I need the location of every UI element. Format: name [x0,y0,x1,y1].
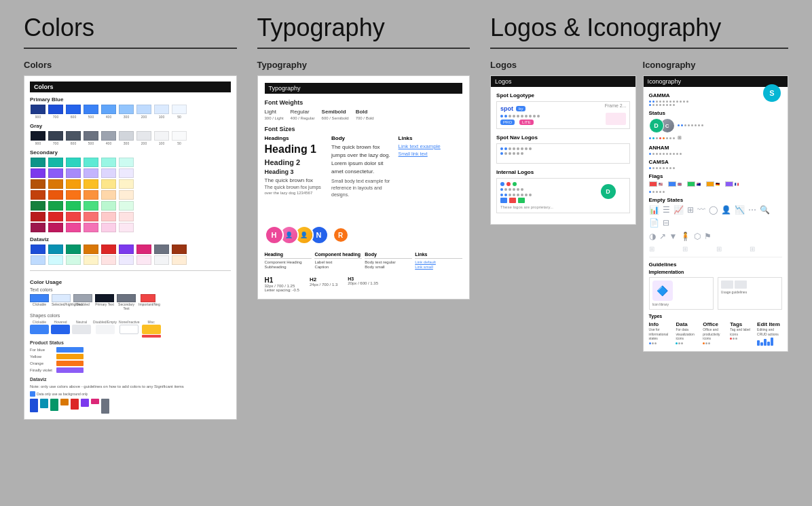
shapes-item: Hovered [51,320,70,338]
dot [686,101,688,103]
dot [649,167,651,169]
swatch-item [100,201,117,211]
dot [509,188,511,191]
detail-item: Label text [314,260,362,264]
font-size-item: over the lazy dog 1234567 [265,191,329,195]
swatch-item [83,201,99,211]
dot [676,101,678,103]
swatch-item: 50 [171,131,187,145]
swatch-item [65,245,81,254]
mini-chart [757,338,782,346]
internal-logos-frame: D [496,178,629,213]
icon-content: GAMMA [644,87,788,351]
swatch-item [30,201,46,211]
guideline-icon: 🔷 [657,285,668,296]
h2-label: H2 [310,276,337,283]
nav-dots-1 [500,147,625,150]
camsa-label: CAMSA [649,159,782,165]
type-dots [703,342,728,344]
shapes-colors-row: Clickable Hovered Neutral Disabled/Empty [30,320,231,338]
dot [533,115,536,118]
empty-icon-doc: 📄 [649,218,659,228]
dot [521,194,523,196]
detail-col-component: Component heading Label text Caption [314,252,362,270]
dot [500,147,503,150]
nav-dots-2 [500,152,625,155]
weight-item: Light 300 / Light [265,109,284,120]
swatch-item [30,179,46,189]
dot [521,147,523,150]
swatch-item [48,212,64,221]
dot [681,342,683,344]
swatch-item [48,255,64,265]
spot-nav-logos-section: Spot Nav Logos [496,134,629,164]
empty-icon-bar-chart: 📊 [649,205,659,215]
swatch-item [100,255,117,265]
dot [656,137,658,139]
expand-icon: ⊞ [678,135,682,141]
h3-label: H3 [348,276,378,281]
iconography-card: Iconography S GAMMA [643,75,788,352]
swatch-item: 400 [100,131,117,145]
anham-dots [649,153,782,155]
status-icons-row: ⊞ [649,135,782,141]
bar [764,339,767,346]
logos-card-header: Logos [491,76,635,87]
dot [504,115,507,118]
gray-label: Gray [30,123,231,129]
swatch-item [100,179,117,189]
dot [735,338,737,340]
swatch-item [65,168,81,178]
swatch-item: 400 [100,105,117,119]
swatch-item [48,168,64,178]
internal-logos-label: Internal Logos [496,169,629,175]
swatch-item: 700 [48,105,64,119]
dataviz-bottom-label: Dataviz [30,377,231,382]
avatar-bottom-row: R [333,227,349,243]
swatch-item [171,255,187,265]
typography-card-header: Typography [265,83,463,94]
dot [681,124,683,126]
logos-label: Logos [490,60,635,70]
dot [500,115,503,118]
dot [659,104,661,106]
swatch-item [83,255,99,265]
dot [708,342,710,344]
empty-icon-flag: ⚑ [704,232,712,241]
h2-spec: 24px / 700 / 1.3 [310,283,337,287]
types-grid: Info Use for informational states [649,321,782,346]
dot [656,101,658,103]
dot [513,194,515,196]
swatch-item [83,158,99,167]
pink-swatches [30,223,231,232]
h3-section: H3 20px / 600 / 1.35 [348,276,378,292]
font-sizes-col-links: Links Link text example Small link text [399,135,463,198]
dot [509,115,511,118]
logo-box-blue [500,198,507,203]
logo-box-red [509,198,516,203]
swatch-item: 500 [83,131,99,145]
empty-icon-user: 👤 [721,205,731,215]
h1-spec2: Letter spacing: -0.5 [265,288,299,292]
swatch-item [100,168,117,178]
detail-item: Body text regular [365,260,412,264]
dot [656,104,658,106]
swatch-item: 600 [65,105,81,119]
dot [695,124,697,126]
logo-badge: by [516,106,525,111]
detail-item: Link small [415,265,462,269]
colors-card: Colors Primary Blue 900 700 600 500 400 … [24,75,237,420]
type-desc: Editing and CRUD actions [757,327,782,336]
font-weights-label: Font Weights [265,99,463,106]
swatch-item [48,190,64,200]
swatch-item [118,168,134,178]
dataviz-indicator: Data only use as background only [30,391,231,397]
usage-item: Important/Neg [139,294,158,310]
empty-states-label: Empty States [649,197,782,203]
detail-item: Subheading [265,265,312,269]
dot [678,124,680,126]
dot [521,152,523,155]
dot [705,342,707,344]
empty-sm-icon: ⊞ [716,245,749,253]
type-desc: Tag and label icons [730,327,755,336]
